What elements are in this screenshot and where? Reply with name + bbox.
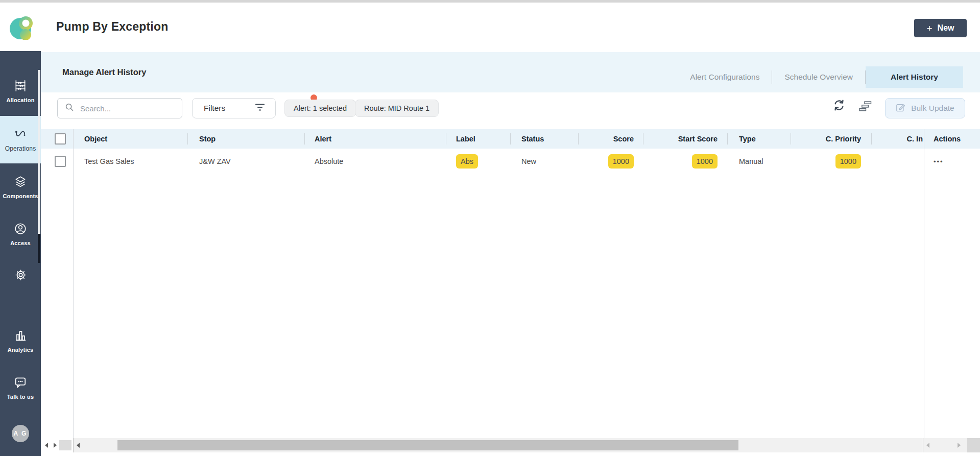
c-priority-badge: 1000 — [835, 154, 861, 169]
cell-alert: Absolute — [304, 149, 446, 174]
filters-button[interactable]: Filters — [192, 98, 276, 118]
bar-chart-icon — [14, 328, 28, 344]
filters-label: Filters — [204, 104, 225, 113]
tab-alert-history[interactable]: Alert History — [866, 66, 963, 88]
bulk-update-button[interactable]: Bulk Update — [885, 98, 965, 118]
column-header-type[interactable]: Type — [727, 129, 791, 149]
bulk-update-label: Bulk Update — [911, 104, 954, 113]
row-checkbox[interactable] — [55, 156, 66, 167]
abacus-icon — [14, 79, 27, 94]
section-banner: Manage Alert History Alert Configuration… — [41, 52, 980, 92]
scroll-left-arrow[interactable] — [77, 443, 80, 448]
pinned-left-divider — [73, 129, 74, 438]
table-toolbar: Filters Alert: 1 selected Route: MID Rou… — [41, 92, 980, 129]
search-icon — [65, 103, 74, 114]
score-badge: 1000 — [608, 154, 634, 169]
search-input[interactable] — [79, 104, 176, 113]
row-actions-menu-icon[interactable]: ••• — [934, 158, 944, 165]
brand-logo[interactable] — [0, 3, 41, 51]
horizontal-scrollbar — [41, 438, 980, 452]
column-header-stop[interactable]: Stop — [187, 129, 304, 149]
chat-bubble-icon — [14, 376, 27, 391]
scroll-left-arrow[interactable] — [45, 443, 48, 448]
sidebar-item-label: Talk to us — [7, 394, 34, 400]
cell-actions: ••• — [924, 149, 980, 174]
cell-status: New — [510, 149, 578, 174]
column-header-status[interactable]: Status — [510, 129, 578, 149]
cell-type: Manual — [727, 149, 791, 174]
column-header-actions: Actions — [924, 129, 980, 149]
table-row[interactable]: Test Gas Sales J&W ZAV Absolute Abs New … — [41, 149, 980, 174]
edit-square-icon — [896, 103, 905, 114]
search-box — [57, 98, 182, 118]
sidebar-item-talk-to-us[interactable]: Talk to us — [0, 376, 41, 400]
tab-alert-configurations[interactable]: Alert Configurations — [678, 66, 772, 88]
select-all-cell — [41, 129, 73, 149]
layers-icon — [14, 175, 27, 190]
sidebar-item-label: Components — [3, 193, 38, 199]
plus-icon: + — [926, 23, 932, 33]
sidebar-item-operations[interactable]: Operations — [0, 116, 41, 163]
column-header-alert[interactable]: Alert — [304, 129, 446, 149]
cell-start-score: 1000 — [643, 149, 727, 174]
refresh-button[interactable] — [832, 99, 846, 112]
cell-label: Abs — [446, 149, 510, 174]
pinned-left-scrollbar-thumb[interactable] — [59, 440, 71, 450]
start-score-badge: 1000 — [692, 154, 718, 169]
steps-icon — [859, 101, 872, 112]
sidebar-item-allocation[interactable]: Allocation — [0, 79, 41, 103]
cell-object: Test Gas Sales — [73, 149, 187, 174]
tab-schedule-overview[interactable]: Schedule Overview — [772, 66, 865, 88]
column-header-c-in[interactable]: C. In — [871, 129, 924, 149]
column-header-start-score[interactable]: Start Score — [643, 129, 727, 149]
new-button-label: New — [938, 23, 954, 33]
sidebar-scrollbar-track[interactable] — [38, 70, 40, 253]
cell-c-in — [871, 149, 924, 174]
scrollbar-track[interactable] — [74, 438, 955, 452]
scroll-right-arrow[interactable] — [958, 443, 961, 448]
sidebar-nav: Allocation Operations Components — [0, 51, 41, 456]
avatar[interactable]: A G — [12, 425, 29, 442]
scrollbar-corner — [967, 438, 980, 452]
pinned-right-divider — [924, 129, 924, 438]
sidebar-item-label: Allocation — [6, 97, 34, 103]
filter-chip-alert[interactable]: Alert: 1 selected — [284, 100, 356, 117]
user-circle-icon — [14, 222, 27, 237]
new-button[interactable]: + New — [914, 19, 967, 37]
sidebar-item-components[interactable]: Components — [0, 175, 41, 199]
filter-chip-route[interactable]: Route: MID Route 1 — [355, 100, 439, 117]
app-header: Pump By Exception + New — [0, 3, 980, 51]
cell-score: 1000 — [578, 149, 643, 174]
column-header-score[interactable]: Score — [578, 129, 643, 149]
app-window: Pump By Exception + New Allocation — [0, 0, 980, 456]
label-badge: Abs — [456, 154, 478, 169]
table-header-row: Object Stop Alert Label Status Score Sta… — [41, 129, 980, 149]
pinned-right-scrollbar[interactable] — [923, 438, 967, 452]
sidebar-item-label: Access — [10, 240, 31, 246]
sidebar-item-label: Analytics — [8, 347, 34, 353]
page-title: Pump By Exception — [56, 3, 168, 51]
alert-history-table: Object Stop Alert Label Status Score Sta… — [41, 129, 980, 174]
column-header-object[interactable]: Object — [73, 129, 187, 149]
filter-icon — [255, 103, 265, 113]
section-title: Manage Alert History — [62, 52, 146, 92]
sidebar-item-label: Operations — [5, 145, 36, 152]
column-header-c-priority[interactable]: C. Priority — [791, 129, 871, 149]
gear-icon — [14, 269, 27, 283]
cell-stop: J&W ZAV — [187, 149, 304, 174]
scrollbar-thumb[interactable] — [117, 440, 738, 450]
pipeline-icon — [14, 127, 27, 142]
scroll-right-arrow[interactable] — [54, 443, 57, 448]
sidebar-item-access[interactable]: Access — [0, 222, 41, 246]
row-density-button[interactable] — [859, 101, 872, 112]
tab-bar: Alert Configurations Schedule Overview A… — [678, 66, 963, 88]
row-select-cell — [41, 149, 73, 174]
logo-icon — [9, 13, 33, 40]
column-header-label[interactable]: Label — [446, 129, 510, 149]
refresh-icon — [832, 99, 846, 112]
select-all-checkbox[interactable] — [55, 133, 66, 145]
sidebar-scrollbar-thumb[interactable] — [38, 234, 40, 263]
sidebar-item-analytics[interactable]: Analytics — [0, 328, 41, 353]
sidebar-item-settings[interactable] — [0, 269, 41, 283]
scroll-left-arrow[interactable] — [926, 443, 929, 448]
